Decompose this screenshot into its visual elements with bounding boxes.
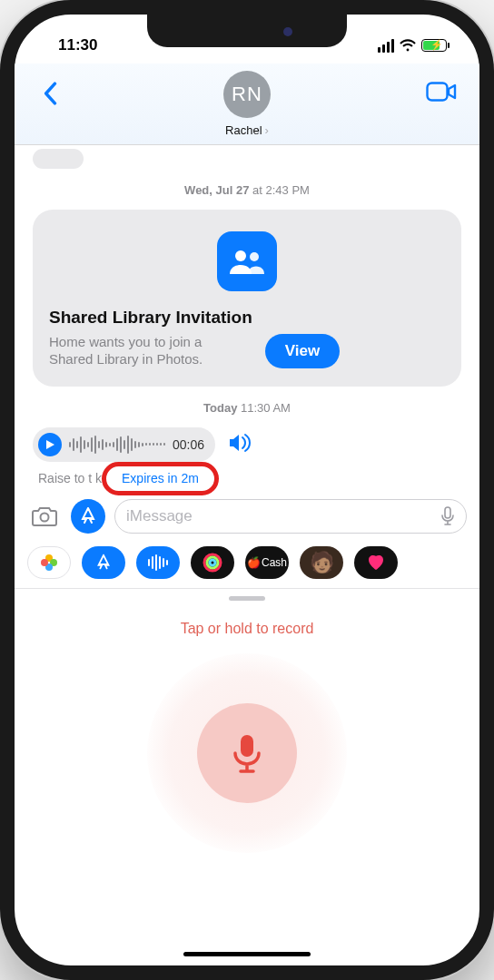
audio-duration: 00:06 bbox=[173, 437, 204, 452]
compose-bar: iMessage bbox=[15, 497, 479, 541]
speaker-icon bbox=[228, 433, 252, 453]
svg-point-2 bbox=[250, 252, 259, 261]
photos-app[interactable] bbox=[27, 546, 71, 579]
app-store-button[interactable] bbox=[71, 499, 105, 534]
avatar-initials: RN bbox=[232, 83, 262, 106]
app-store-icon bbox=[78, 506, 98, 526]
apple-logo-icon: 🍎 bbox=[247, 556, 261, 569]
contact-avatar[interactable]: RN bbox=[223, 71, 271, 118]
camera-button[interactable] bbox=[27, 499, 62, 534]
svg-point-3 bbox=[41, 513, 49, 521]
microphone-icon bbox=[229, 731, 265, 775]
chevron-left-icon bbox=[43, 82, 57, 105]
svg-rect-4 bbox=[445, 507, 450, 518]
timestamp-label: Today 11:30 AM bbox=[27, 401, 467, 415]
svg-point-8 bbox=[41, 559, 48, 566]
app-store-icon bbox=[94, 554, 113, 572]
camera-icon bbox=[32, 506, 57, 526]
video-icon bbox=[426, 82, 457, 102]
battery-icon: ⚡ bbox=[421, 39, 447, 52]
wifi-icon bbox=[400, 39, 416, 52]
waveform-icon bbox=[146, 554, 170, 571]
digital-touch-app[interactable] bbox=[354, 546, 398, 579]
activity-rings-icon bbox=[202, 552, 223, 573]
svg-rect-18 bbox=[241, 735, 253, 757]
shared-library-icon bbox=[217, 231, 277, 291]
photos-icon bbox=[39, 553, 59, 573]
raise-to-talk-hint: Raise to t k bbox=[38, 471, 102, 485]
heart-icon bbox=[366, 553, 386, 573]
device-notch bbox=[147, 15, 347, 47]
invitation-title: Shared Library Invitation bbox=[49, 308, 252, 328]
memoji-app[interactable]: 🧑🏽 bbox=[300, 546, 343, 579]
waveform-icon bbox=[69, 436, 165, 454]
svg-rect-0 bbox=[428, 83, 448, 101]
shared-library-invitation-card[interactable]: Shared Library Invitation Home wants you… bbox=[33, 210, 461, 387]
speaker-button[interactable] bbox=[228, 433, 252, 456]
contact-name: Rachel bbox=[225, 123, 262, 137]
apple-cash-app[interactable]: 🍎Cash bbox=[245, 546, 289, 579]
appstore-app[interactable] bbox=[82, 546, 125, 579]
message-placeholder: iMessage bbox=[126, 507, 193, 525]
home-indicator[interactable] bbox=[183, 952, 311, 956]
audio-message-bubble[interactable]: 00:06 bbox=[33, 427, 215, 462]
audio-app[interactable] bbox=[136, 546, 180, 579]
fitness-app[interactable] bbox=[191, 546, 234, 579]
video-call-button[interactable] bbox=[423, 76, 459, 107]
status-time: 11:30 bbox=[58, 36, 97, 54]
cash-label: Cash bbox=[262, 556, 287, 569]
contact-name-button[interactable]: Rachel › bbox=[225, 123, 269, 137]
play-button[interactable] bbox=[38, 433, 62, 456]
back-button[interactable] bbox=[35, 78, 65, 109]
timestamp-label: Wed, Jul 27 at 2:43 PM bbox=[27, 183, 467, 197]
expires-label-highlighted: Expires in 2m bbox=[109, 467, 212, 490]
cellular-icon bbox=[378, 39, 394, 53]
dictation-icon[interactable] bbox=[440, 506, 455, 526]
chevron-right-icon: › bbox=[265, 123, 269, 137]
play-icon bbox=[45, 439, 55, 450]
svg-point-1 bbox=[235, 250, 246, 261]
invitation-subtitle: Home wants you to join a Shared Library … bbox=[49, 333, 240, 368]
message-input[interactable]: iMessage bbox=[114, 499, 467, 534]
record-panel: Tap or hold to record bbox=[15, 601, 479, 853]
view-invitation-button[interactable]: View bbox=[265, 334, 340, 368]
annotation-ring bbox=[102, 462, 219, 495]
conversation-scroll[interactable]: Wed, Jul 27 at 2:43 PM Shared Library In… bbox=[15, 145, 479, 490]
message-bubble[interactable] bbox=[33, 149, 84, 169]
svg-point-17 bbox=[210, 560, 215, 565]
conversation-header: RN Rachel › bbox=[15, 64, 479, 145]
record-instruction: Tap or hold to record bbox=[15, 621, 479, 637]
memoji-icon: 🧑🏽 bbox=[310, 551, 334, 574]
imessage-app-strip[interactable]: 🍎Cash 🧑🏽 bbox=[15, 541, 479, 589]
record-button[interactable] bbox=[147, 653, 347, 853]
